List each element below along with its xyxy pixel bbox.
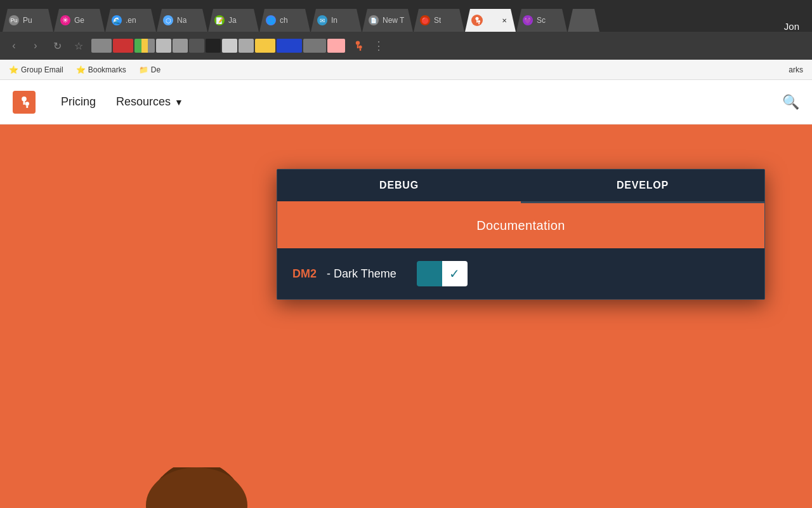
toolbar-icons: ⋮ [349,37,387,55]
swatch-blue [277,39,302,53]
tab-debug-label: DEBUG [379,180,419,190]
swatch-lightgray [156,39,171,53]
svg-point-8 [22,96,27,101]
swatch-darkgray [303,39,326,53]
dev-menu-tabs: DEBUG DEVELOP [277,170,764,203]
bookmark-bar: ⭐ Group Email ⭐ Bookmarks 📁 De arks [0,60,812,80]
back-button[interactable]: ‹ [5,37,23,55]
tab-st-label: St [434,16,441,25]
tab-ge-icon: ✳ [60,15,70,25]
tab-en[interactable]: 🌊 .en [105,9,156,32]
documentation-button[interactable]: Documentation [277,203,764,248]
tab-sc[interactable]: 💜 Sc [516,9,567,32]
swatch-light2 [222,39,237,53]
svg-point-4 [356,41,360,44]
folder-de-icon: 📁 [139,65,148,74]
swatch-yellow [255,39,275,53]
tab-empty[interactable] [568,9,599,32]
hubspot-logo[interactable] [13,91,36,114]
tab-develop[interactable]: DEVELOP [521,170,764,203]
swatch-gray [91,39,112,53]
website-nav: Pricing Resources ▼ 🔍 DEBUG DEVELOP Docu… [0,80,812,124]
tab-pu-icon: Pu [9,15,19,25]
tab-ge[interactable]: ✳ Ge [54,9,105,32]
tab-hubspot-close[interactable]: ✕ [499,15,509,25]
swatch-dark [189,39,204,53]
tab-na-icon: ⬡ [163,15,173,25]
tab-ge-label: Ge [74,16,84,25]
hubspot-icon [471,15,483,26]
chevron-down-icon: ▼ [174,97,183,107]
folder-de-label: De [151,65,160,74]
tab-ja-icon: 📝 [214,15,225,25]
tab-ja[interactable]: 📝 Ja [208,9,259,32]
swatch-row [91,39,345,53]
reload-button[interactable]: ↻ [48,37,66,55]
toggle-on-side: ✓ [442,261,468,286]
tab-ja-label: Ja [228,16,237,25]
tab-pu[interactable]: Pu Pu [3,9,53,32]
svg-point-2 [478,20,480,23]
swatch-multi [134,39,155,53]
bookmark-group-email[interactable]: ⭐ Group Email [5,64,67,76]
tab-new-label: New T [383,16,404,25]
group-email-label: Group Email [21,65,63,74]
chrome-menu-button[interactable]: ⋮ [369,37,387,55]
dev-menu-dropdown: DEBUG DEVELOP Documentation DM2 - Dark T… [277,169,765,300]
svg-point-10 [25,102,29,105]
tab-new[interactable]: 📄 New T [362,9,413,32]
tab-ch[interactable]: 🌐 ch [259,9,310,32]
bookmark-folder-de[interactable]: 📁 De [135,64,164,76]
address-bar-row: ‹ › ↻ ☆ [0,32,812,60]
swatch-black [206,39,221,53]
svg-rect-3 [478,23,480,25]
resources-label: Resources [116,95,171,109]
user-name-display: Jon [774,21,809,32]
tab-en-icon: 🌊 [112,15,122,25]
toggle-off-side [417,261,442,286]
tab-new-icon: 📄 [369,15,379,25]
search-icon[interactable]: 🔍 [782,94,799,110]
hubspot-toolbar-icon[interactable] [349,37,367,55]
documentation-label: Documentation [476,218,565,232]
tab-debug[interactable]: DEBUG [277,170,521,203]
tab-st-icon: 🔴 [420,15,430,25]
nav-pricing[interactable]: Pricing [61,95,96,109]
dm2-option: DM2 - Dark Theme ✓ [277,248,764,299]
svg-rect-9 [23,101,25,105]
swatch-pink [327,39,345,53]
dm2-desc: - Dark Theme [327,267,396,281]
dark-theme-toggle[interactable]: ✓ [417,261,468,286]
arks-label: arks [789,65,803,74]
tab-ch-label: ch [280,16,288,25]
svg-rect-11 [26,105,28,107]
tab-in-icon: ✉ [317,15,327,25]
swatch-red [113,39,133,53]
svg-point-6 [358,45,362,48]
tab-develop-label: DEVELOP [617,180,669,190]
dm2-label: DM2 [292,267,317,281]
tab-ch-icon: 🌐 [266,15,276,25]
tab-st[interactable]: 🔴 St [414,9,464,32]
tab-sc-icon: 💜 [523,15,533,25]
tab-na-label: Na [177,16,187,25]
nav-resources[interactable]: Resources ▼ [116,95,183,109]
svg-rect-7 [360,49,361,51]
tab-in[interactable]: ✉ In [311,9,362,32]
dev-menu-body: Documentation DM2 - Dark Theme ✓ [277,203,764,299]
bookmark-arks[interactable]: arks [785,64,807,76]
tab-pu-label: Pu [23,16,32,25]
svg-point-0 [475,17,478,20]
forward-button[interactable]: › [27,37,44,55]
tab-en-label: .en [126,16,136,25]
tab-bar: Pu Pu ✳ Ge 🌊 .en ⬡ Na 📝 Ja 🌐 ch ✉ [0,0,812,32]
tab-sc-label: Sc [537,16,546,25]
tab-in-label: In [331,16,337,25]
bookmark-bookmarks[interactable]: ⭐ Bookmarks [72,64,130,76]
bookmarks-label: Bookmarks [88,65,126,74]
tab-hubspot[interactable]: ✕ [465,9,516,32]
svg-rect-1 [476,20,478,22]
group-email-icon: ⭐ [9,65,18,74]
tab-na[interactable]: ⬡ Na [157,9,207,32]
bookmark-star-button[interactable]: ☆ [70,37,88,55]
